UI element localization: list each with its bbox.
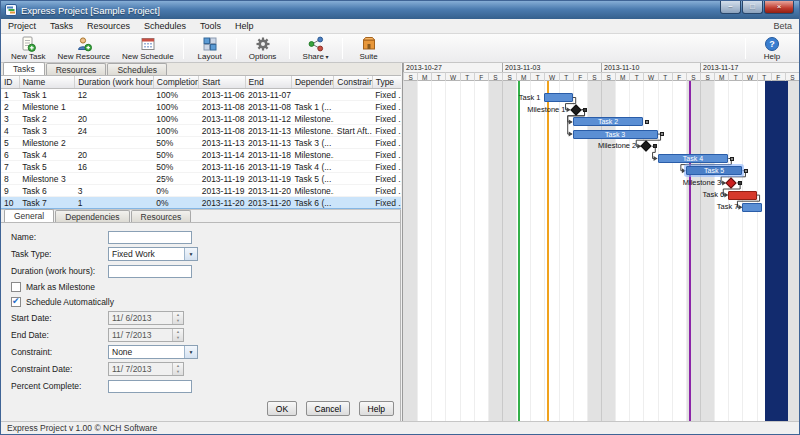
column-header-constraint[interactable]: Constraint (334, 76, 372, 89)
menu-project[interactable]: Project (1, 19, 43, 33)
close-button[interactable]: × (764, 1, 794, 14)
table-row[interactable]: 2Milestone 1100%2013-11-082013-11-08Task… (1, 101, 401, 113)
gantt-day-letter: T (728, 72, 742, 81)
tab-tasks[interactable]: Tasks (3, 62, 45, 75)
orange-today-line (547, 81, 549, 421)
gantt-day-letter: F (474, 72, 488, 81)
column-header-type[interactable]: Type (372, 76, 401, 89)
table-cell: Task 5 (... (291, 173, 333, 185)
menu-help[interactable]: Help (228, 19, 261, 33)
gantt-chart-body[interactable]: Task 1Milestone 1Task 2Task 3Milestone 2… (403, 81, 799, 421)
table-cell (334, 113, 372, 125)
table-cell: 2013-11-20 (199, 197, 245, 209)
svg-text:?: ? (769, 39, 775, 49)
gantt-week-label: 2013-11-03 (502, 63, 598, 72)
gantt-milestone-milestone-3[interactable] (725, 177, 736, 188)
table-cell: Milestone... (291, 125, 333, 137)
table-row[interactable]: 9Task 630%2013-11-192013-11-20Milestone.… (1, 185, 401, 197)
gantt-bar-label: Task 5 (687, 167, 742, 174)
constraint-date-field[interactable]: 11/ 7/2013 ▲▼ (108, 362, 184, 376)
gantt-day-letter: M (417, 72, 431, 81)
spinner-icon[interactable]: ▲▼ (172, 312, 183, 324)
gantt-gridline (714, 81, 715, 421)
toolbar-new-task-button[interactable]: New Task (5, 35, 52, 62)
table-cell: Task 1 (... (291, 101, 333, 113)
schedule-automatically-checkbox[interactable] (11, 297, 21, 307)
gantt-day-letter: F (573, 72, 587, 81)
task-type-select[interactable]: Fixed Work ▼ (108, 247, 198, 261)
cancel-button[interactable]: Cancel (306, 401, 350, 416)
toolbar-share-button[interactable]: Share ▾ (293, 35, 339, 62)
column-header-name[interactable]: Name (19, 76, 74, 89)
detail-tab-resources[interactable]: Resources (131, 210, 192, 222)
titlebar[interactable]: Express Project [Sample Project] − □ × (1, 1, 799, 19)
end-date-field[interactable]: 11/ 7/2013 ▲▼ (108, 328, 184, 342)
detail-tab-dependencies[interactable]: Dependencies (55, 210, 129, 222)
duration-field[interactable] (108, 265, 192, 278)
percent-complete-field[interactable] (108, 380, 192, 393)
start-date-field[interactable]: 11/ 6/2013 ▲▼ (108, 311, 184, 325)
gantt-day-letter: M (714, 72, 728, 81)
gantt-milestone-milestone-2[interactable] (641, 141, 652, 152)
gantt-milestone-milestone-1[interactable] (570, 104, 581, 115)
table-cell: Fixed ... (372, 125, 401, 137)
toolbar-suite-button[interactable]: Suite (346, 35, 392, 62)
column-header-completion[interactable]: Completion (153, 76, 198, 89)
toolbar-new-resource-button[interactable]: New Resource (52, 35, 116, 62)
gantt-day-letter: T (460, 72, 474, 81)
toolbar-options-button[interactable]: Options (240, 35, 286, 62)
gantt-bar-task-7[interactable] (742, 203, 762, 212)
view-tabs: TasksResourcesSchedules (1, 63, 401, 76)
table-row[interactable]: 8Milestone 325%2013-11-192013-11-19Task … (1, 173, 401, 185)
maximize-button[interactable]: □ (742, 1, 763, 14)
table-cell: 16 (75, 161, 154, 173)
task-type-value: Fixed Work (112, 249, 155, 259)
menu-schedules[interactable]: Schedules (137, 19, 193, 33)
tab-schedules[interactable]: Schedules (107, 63, 167, 75)
column-header-duration-work-hours[interactable]: Duration (work hours) (75, 76, 154, 89)
name-field[interactable] (108, 231, 192, 244)
menu-resources[interactable]: Resources (80, 19, 137, 33)
minimize-button[interactable]: − (720, 1, 741, 14)
help-button[interactable]: ? Help (749, 35, 795, 62)
constraint-select[interactable]: None ▼ (108, 345, 198, 359)
table-row[interactable]: 1Task 112100%2013-11-062013-11-07Fixed .… (1, 89, 401, 101)
toolbar-layout-button[interactable]: Layout (187, 35, 233, 62)
table-row[interactable]: 7Task 51650%2013-11-162013-11-19Task 4 (… (1, 161, 401, 173)
gantt-day-letter: T (530, 72, 544, 81)
mark-as-milestone-checkbox[interactable] (11, 282, 21, 292)
table-row[interactable]: 10Task 710%2013-11-202013-11-20Task 6 (.… (1, 197, 401, 209)
column-header-id[interactable]: ID (1, 76, 19, 89)
column-header-end[interactable]: End (245, 76, 291, 89)
gantt-bar-task-2[interactable]: Task 2 (573, 117, 644, 126)
menubar: ProjectTasksResourcesSchedulesToolsHelp … (1, 19, 799, 34)
detail-tab-general[interactable]: General (4, 209, 54, 222)
table-row[interactable]: 6Task 42050%2013-11-142013-11-18Mileston… (1, 149, 401, 161)
menu-tasks[interactable]: Tasks (43, 19, 80, 33)
gantt-bar-task-5[interactable]: Task 5 (686, 166, 743, 175)
app-window: Express Project [Sample Project] − □ × P… (0, 0, 800, 435)
gantt-bar-task-1[interactable] (544, 93, 572, 102)
tab-resources[interactable]: Resources (46, 63, 107, 75)
table-row[interactable]: 4Task 324100%2013-11-082013-11-13Milesto… (1, 125, 401, 137)
gantt-bar-task-3[interactable]: Task 3 (573, 130, 658, 139)
ok-button[interactable]: OK (267, 401, 297, 416)
table-cell: 20 (75, 113, 154, 125)
purple-line (689, 81, 691, 421)
constraint-label: Constraint: (11, 347, 108, 357)
gantt-bar-task-4[interactable]: Task 4 (658, 154, 729, 163)
spinner-icon[interactable]: ▲▼ (172, 329, 183, 341)
help-dialog-button[interactable]: Help (359, 401, 394, 416)
table-cell: Start Aft... (334, 125, 372, 137)
table-row[interactable]: 5Milestone 250%2013-11-132013-11-13Task … (1, 137, 401, 149)
spinner-icon[interactable]: ▲▼ (172, 363, 183, 375)
table-cell: Task 3 (... (291, 137, 333, 149)
table-row[interactable]: 3Task 220100%2013-11-082013-11-12Milesto… (1, 113, 401, 125)
toolbar-new-schedule-button[interactable]: New Schedule (116, 35, 180, 62)
column-header-dependency[interactable]: Dependency (291, 76, 333, 89)
task-detail-panel: GeneralDependenciesResources Name: Task … (1, 210, 401, 421)
table-cell: Fixed ... (372, 149, 401, 161)
gantt-bar-task-6[interactable] (728, 191, 756, 200)
menu-tools[interactable]: Tools (193, 19, 228, 33)
column-header-start[interactable]: Start (199, 76, 245, 89)
